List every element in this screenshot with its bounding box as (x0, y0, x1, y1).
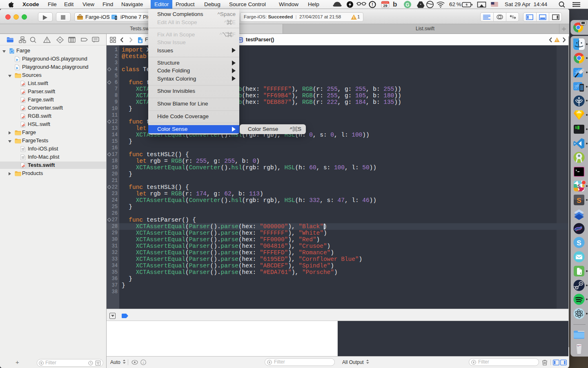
svg-text:SWIFT: SWIFT (21, 101, 24, 103)
svg-text:SWIFT: SWIFT (21, 85, 24, 87)
svg-text:29: 29 (383, 4, 387, 8)
svg-text:S: S (577, 184, 581, 189)
svg-text:SWIFT: SWIFT (21, 167, 24, 168)
svg-text:!: ! (557, 38, 558, 42)
svg-text:!: ! (353, 16, 354, 20)
svg-text:SWIFT: SWIFT (21, 118, 24, 119)
svg-text:i: i (143, 361, 144, 365)
svg-text:S: S (577, 197, 581, 204)
svg-text:SWIFT: SWIFT (21, 93, 24, 95)
svg-text:SWIFT: SWIFT (21, 126, 24, 128)
svg-text:S: S (577, 239, 581, 247)
svg-text:!: ! (372, 2, 373, 7)
svg-text:G: G (405, 2, 409, 8)
svg-text:$: $ (575, 126, 577, 130)
svg-text:SWIFT: SWIFT (21, 110, 24, 111)
